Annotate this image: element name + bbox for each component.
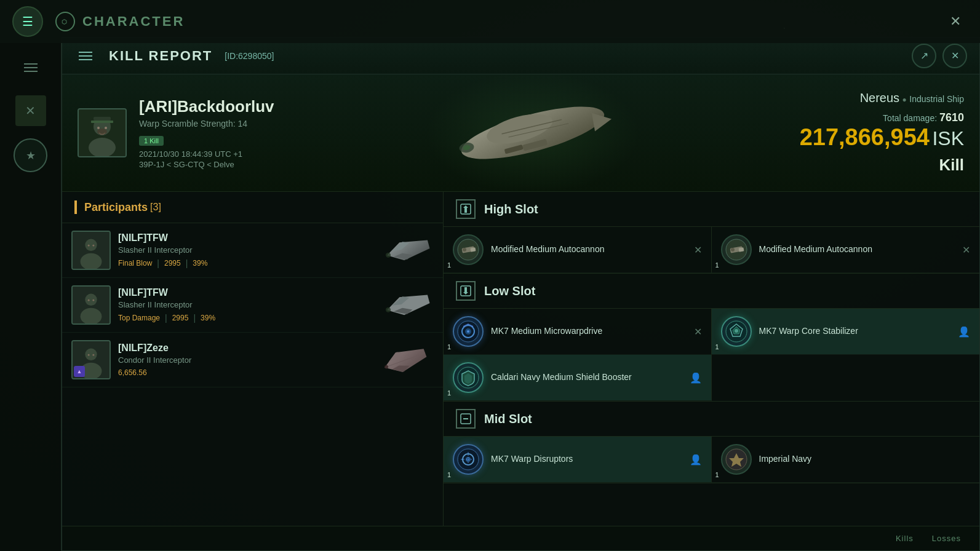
stat-damage-3: 6,656.56 bbox=[118, 368, 147, 377]
panel-menu-button[interactable] bbox=[74, 45, 97, 67]
item-qty: 1 bbox=[447, 471, 451, 478]
mid-slot-section: Mid Slot 1 bbox=[444, 402, 979, 483]
slot-item[interactable]: 1 Modified Medium Autocannon ✕ bbox=[712, 227, 980, 273]
pilot-avatar bbox=[78, 108, 127, 157]
svg-marker-57 bbox=[463, 287, 468, 295]
svg-point-65 bbox=[735, 329, 738, 333]
sidebar-favorites-button[interactable]: ★ bbox=[14, 138, 47, 172]
svg-point-5 bbox=[97, 127, 100, 129]
high-slot-header: High Slot bbox=[444, 192, 979, 227]
panel-title: KILL REPORT bbox=[109, 48, 212, 64]
pilot-info: [ARI]Backdoorluv Warp Scramble Strength:… bbox=[139, 97, 274, 169]
item-qty: 1 bbox=[715, 471, 719, 478]
left-sidebar: ✕ ★ bbox=[0, 43, 62, 551]
svg-rect-3 bbox=[94, 117, 111, 121]
kill-stats: Nereus ● Industrial Ship Total damage: 7… bbox=[792, 91, 964, 175]
participant-name: [NILF]TFW bbox=[118, 232, 371, 244]
participants-header: Participants [3] bbox=[62, 192, 443, 223]
item-person-icon[interactable]: 👤 bbox=[958, 326, 970, 338]
pilot-warp-scramble: Warp Scramble Strength: 14 bbox=[139, 119, 274, 129]
low-slot-icon bbox=[456, 281, 476, 301]
participant-stats: Top Damage | 2995 | 39% bbox=[118, 313, 371, 323]
item-person-icon[interactable]: 👤 bbox=[690, 372, 702, 384]
slot-item-warp-dis[interactable]: 1 MK7 Warp Disruptors 👤 bbox=[444, 437, 712, 483]
mid-slot-header: Mid Slot bbox=[444, 402, 979, 437]
participants-panel: Participants [3] bbox=[62, 192, 444, 550]
stat-badge-final-blow: Final Blow bbox=[118, 259, 152, 268]
svg-point-37 bbox=[85, 349, 97, 360]
mid-slot-label: Mid Slot bbox=[484, 412, 532, 426]
slot-item[interactable]: 1 Modified Medium Autocannon ✕ bbox=[444, 227, 712, 273]
participant-info: [NILF]Zeze Condor II Interceptor 6,656.5… bbox=[118, 343, 371, 377]
app-title: ⬡ CHARACTER bbox=[55, 12, 185, 31]
svg-rect-68 bbox=[463, 418, 468, 419]
kill-date: 2021/10/30 18:44:39 UTC +1 bbox=[139, 149, 274, 159]
item-icon-warp-dis bbox=[453, 444, 484, 475]
isk-value: 217,866,954 bbox=[800, 124, 930, 150]
participant-name: [NILF]Zeze bbox=[118, 343, 371, 354]
isk-container: 217,866,954 ISK bbox=[792, 124, 964, 151]
item-name: MK7 Warp Core Stabilizer bbox=[759, 325, 951, 338]
isk-unit: ISK bbox=[932, 127, 964, 149]
stat-badge-top-damage: Top Damage bbox=[118, 314, 160, 322]
item-qty: 1 bbox=[715, 343, 719, 351]
item-icon-shield bbox=[453, 362, 484, 393]
low-slot-section: Low Slot 1 bbox=[444, 274, 979, 402]
participant-item[interactable]: [NILF]TFW Slasher II Interceptor Top Dam… bbox=[62, 278, 443, 333]
sidebar-close-button[interactable]: ✕ bbox=[15, 95, 46, 126]
slot-item-wcs[interactable]: 1 MK7 Warp Core Stabilizer 👤 bbox=[712, 309, 980, 355]
item-qty: 1 bbox=[447, 261, 451, 269]
svg-point-51 bbox=[463, 248, 466, 252]
item-name: Imperial Navy bbox=[759, 453, 971, 466]
svg-point-19 bbox=[85, 239, 97, 251]
stat-pct: 39% bbox=[201, 314, 215, 322]
participant-ship-image bbox=[378, 343, 434, 377]
kill-location: 39P-1J < SG-CTQ < Delve bbox=[139, 160, 274, 169]
hamburger-icon: ☰ bbox=[22, 14, 33, 29]
slot-item[interactable]: 1 MK7 Medium Microwarpdrive ✕ bbox=[444, 309, 712, 355]
item-qty: 1 bbox=[447, 343, 451, 351]
slot-item-shield[interactable]: 1 Caldari Navy Medium Shield Booster 👤 bbox=[444, 355, 712, 401]
item-icon-imperial bbox=[721, 444, 752, 475]
hamburger-button[interactable]: ☰ bbox=[12, 6, 43, 37]
participant-ship: Condor II Interceptor bbox=[118, 355, 371, 365]
export-button[interactable]: ↗ bbox=[912, 44, 936, 68]
tab-losses[interactable]: Losses bbox=[932, 534, 961, 543]
participant-item[interactable]: [NILF]TFW Slasher II Interceptor Final B… bbox=[62, 223, 443, 278]
participant-stats: Final Blow | 2995 | 39% bbox=[118, 258, 371, 268]
kill-type: Kill bbox=[792, 156, 964, 175]
ship-class: Industrial Ship bbox=[909, 94, 964, 104]
svg-point-21 bbox=[88, 245, 90, 247]
top-bar: ☰ ⬡ CHARACTER ✕ bbox=[0, 0, 980, 43]
item-qty: 1 bbox=[715, 261, 719, 269]
ship-image-area bbox=[287, 87, 779, 179]
low-slot-items: 1 MK7 Medium Microwarpdrive ✕ bbox=[444, 309, 979, 402]
panel-close-button[interactable]: ✕ bbox=[942, 44, 967, 68]
item-qty: 1 bbox=[447, 389, 451, 397]
item-close-icon[interactable]: ✕ bbox=[694, 244, 702, 256]
panel-header: KILL REPORT [ID:6298050] ↗ ✕ bbox=[62, 38, 979, 74]
svg-point-40 bbox=[92, 354, 94, 356]
high-slot-label: High Slot bbox=[484, 202, 538, 216]
tab-kills[interactable]: Kills bbox=[896, 534, 914, 543]
item-person-icon[interactable]: 👤 bbox=[690, 454, 702, 466]
item-icon-wcs bbox=[721, 316, 752, 347]
svg-point-30 bbox=[88, 299, 90, 301]
panel-actions: ↗ ✕ bbox=[912, 44, 967, 68]
kill-info-header: [ARI]Backdoorluv Warp Scramble Strength:… bbox=[62, 74, 979, 192]
stat-damage: 2995 bbox=[164, 259, 181, 268]
participant-item[interactable]: ▲ [NILF]Zeze Condor II Interceptor 6,656… bbox=[62, 333, 443, 387]
ship-type: Nereus bbox=[860, 91, 899, 105]
panel-close-icon: ✕ bbox=[951, 50, 959, 61]
item-close-icon[interactable]: ✕ bbox=[962, 244, 970, 256]
mid-slot-icon bbox=[456, 409, 476, 429]
item-close-icon[interactable]: ✕ bbox=[694, 326, 702, 338]
slot-item-imperial[interactable]: 1 Imperial Navy bbox=[712, 437, 980, 483]
svg-point-6 bbox=[105, 127, 107, 129]
high-slot-items: 1 Modified Medium Autocannon ✕ bbox=[444, 227, 979, 274]
top-close-button[interactable]: ✕ bbox=[943, 9, 968, 34]
svg-point-61 bbox=[467, 330, 469, 333]
svg-point-31 bbox=[92, 299, 94, 301]
sidebar-menu-button[interactable] bbox=[15, 52, 46, 83]
total-damage-label: Total damage: 7610 bbox=[792, 111, 964, 124]
